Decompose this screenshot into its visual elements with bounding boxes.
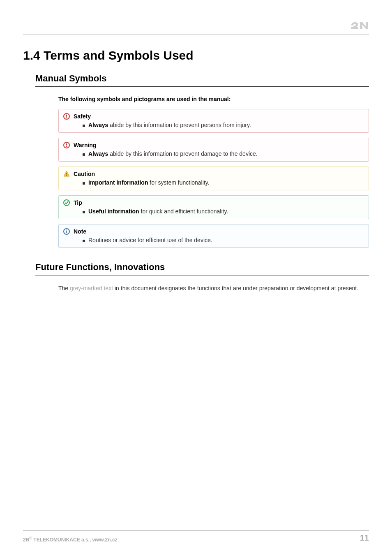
bullet-icon: [83, 182, 85, 185]
callout-note: Note Routines or advice for efficient us…: [58, 224, 369, 248]
bullet-icon: [83, 153, 85, 156]
callout-warning-title: Warning: [74, 142, 96, 148]
page-footer: 2N® TELEKOMUNIKACE a.s., www.2n.cz 11: [23, 530, 369, 543]
exclamation-circle-icon: [63, 113, 70, 120]
callout-safety: Safety Always abide by this information …: [58, 109, 369, 133]
bullet-icon: [83, 125, 85, 127]
svg-rect-5: [66, 143, 67, 146]
callout-caution: Caution Important information for system…: [58, 166, 369, 190]
intro-text: The following symbols and pictograms are…: [58, 96, 369, 102]
page-header: [23, 18, 369, 35]
callout-tip: Tip Useful information for quick and eff…: [58, 195, 369, 219]
exclamation-circle-icon: [63, 141, 70, 149]
callout-note-text: Routines or advice for efficient use of …: [88, 237, 212, 243]
section-future-functions-title: Future Functions, Innovations: [35, 262, 369, 275]
callout-warning-text: Always abide by this information to prev…: [88, 150, 258, 157]
svg-point-11: [66, 230, 67, 231]
info-circle-icon: [63, 228, 70, 235]
future-functions-text: The grey-marked text in this document de…: [58, 284, 369, 292]
callout-note-title: Note: [74, 228, 86, 235]
svg-point-8: [66, 175, 67, 176]
callout-tip-title: Tip: [74, 199, 82, 206]
callout-tip-text: Useful information for quick and efficie…: [88, 208, 228, 215]
bullet-icon: [83, 240, 85, 242]
callout-safety-title: Safety: [74, 113, 91, 120]
svg-point-3: [66, 117, 67, 118]
svg-rect-2: [66, 115, 67, 117]
section-manual-symbols-title: Manual Symbols: [35, 73, 369, 87]
svg-rect-7: [66, 173, 67, 175]
bullet-icon: [83, 211, 85, 213]
brand-logo-2n: [350, 18, 369, 31]
warning-triangle-icon: [63, 170, 70, 178]
callout-warning: Warning Always abide by this information…: [58, 138, 369, 162]
callout-caution-text: Important information for system functio…: [88, 179, 210, 186]
callout-safety-text: Always abide by this information to prev…: [88, 122, 251, 128]
footer-company: 2N® TELEKOMUNIKACE a.s., www.2n.cz: [23, 536, 118, 543]
page-number: 11: [360, 533, 369, 543]
page-title: 1.4 Terms and Symbols Used: [23, 49, 369, 62]
svg-point-6: [66, 146, 67, 147]
check-circle-icon: [63, 199, 70, 206]
callout-caution-title: Caution: [74, 171, 95, 177]
svg-rect-12: [66, 231, 67, 233]
